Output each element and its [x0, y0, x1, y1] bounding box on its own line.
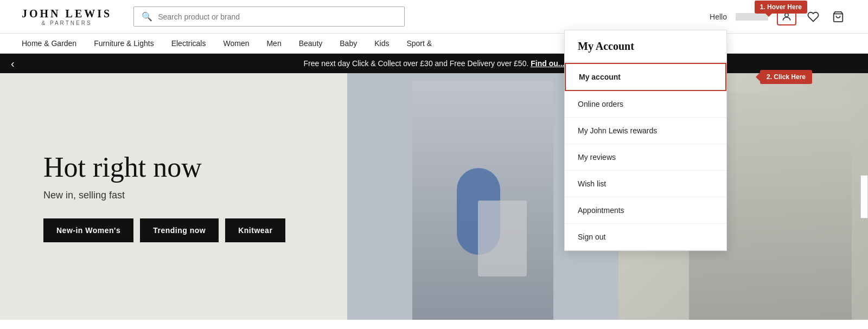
- dropdown-item-label: Online orders: [578, 100, 623, 108]
- announcement-text: Free next day Click & Collect over £30 a…: [304, 59, 529, 68]
- hero-section: Hot right now New in, selling fast New-i…: [0, 73, 868, 320]
- hero-btn-women[interactable]: New-in Women's: [43, 218, 133, 242]
- hero-title: Hot right now: [43, 151, 202, 183]
- dropdown-item-label: My reviews: [578, 153, 616, 162]
- account-dropdown: My Account My account 2. Click Here Onli…: [564, 30, 727, 251]
- nav-women[interactable]: Women: [223, 39, 249, 48]
- nav-electricals[interactable]: Electricals: [171, 39, 206, 48]
- announcement-bar: ‹ Free next day Click & Collect over £30…: [0, 54, 868, 73]
- dropdown-item-rewards[interactable]: My John Lewis rewards: [565, 118, 726, 144]
- search-icon: 🔍: [142, 11, 152, 22]
- wishlist-button[interactable]: [805, 9, 821, 25]
- nav-baby[interactable]: Baby: [340, 39, 357, 48]
- announcement-link[interactable]: Find ou...: [531, 59, 564, 68]
- hero-buttons: New-in Women's Trending now Knitwear: [43, 218, 285, 242]
- hover-callout: 1. Hover Here: [755, 1, 807, 14]
- dropdown-item-online-orders[interactable]: Online orders: [565, 91, 726, 118]
- hero-left: Hot right now New in, selling fast New-i…: [0, 73, 347, 320]
- search-bar[interactable]: 🔍: [133, 7, 405, 27]
- search-input[interactable]: [158, 12, 397, 21]
- logo-sub-text: & PARTNERS: [42, 20, 92, 26]
- hero-btn-trending[interactable]: Trending now: [140, 218, 219, 242]
- nav-sport[interactable]: Sport &: [406, 39, 432, 48]
- click-callout-label: 2. Click Here: [767, 73, 806, 81]
- dropdown-item-label: Sign out: [578, 233, 605, 241]
- nav-men[interactable]: Men: [266, 39, 281, 48]
- hello-text: Hello: [710, 12, 727, 21]
- dropdown-item-signout[interactable]: Sign out: [565, 224, 726, 250]
- header-actions: Hello 1. Hover Here: [710, 8, 846, 25]
- hero-subtitle: New in, selling fast: [43, 190, 125, 201]
- dropdown-title: My Account: [565, 30, 726, 63]
- dropdown-item-label: Wish list: [578, 179, 606, 188]
- logo-main-text: JOHN LEWIS: [22, 8, 112, 20]
- dropdown-item-label: My John Lewis rewards: [578, 126, 657, 135]
- svg-point-0: [785, 13, 789, 17]
- dropdown-item-my-account[interactable]: My account 2. Click Here: [565, 63, 726, 91]
- dropdown-item-label: Appointments: [578, 206, 624, 215]
- username-placeholder: [736, 13, 768, 21]
- announcement-prev-button[interactable]: ‹: [11, 57, 15, 70]
- main-nav: Home & Garden Furniture & Lights Electri…: [0, 34, 868, 54]
- logo[interactable]: JOHN LEWIS & PARTNERS: [22, 8, 112, 26]
- nav-home-garden[interactable]: Home & Garden: [22, 39, 76, 48]
- nav-beauty[interactable]: Beauty: [299, 39, 323, 48]
- dropdown-item-wishlist[interactable]: Wish list: [565, 171, 726, 197]
- click-callout: 2. Click Here: [760, 70, 812, 84]
- dropdown-item-label: My account: [579, 73, 621, 81]
- dropdown-item-reviews[interactable]: My reviews: [565, 144, 726, 171]
- bag-button[interactable]: [830, 9, 846, 25]
- hero-btn-knitwear[interactable]: Knitwear: [225, 218, 285, 242]
- header: JOHN LEWIS & PARTNERS 🔍 Hello 1. Hover H…: [0, 0, 868, 34]
- dropdown-item-appointments[interactable]: Appointments: [565, 197, 726, 224]
- nav-furniture-lights[interactable]: Furniture & Lights: [94, 39, 154, 48]
- nav-kids[interactable]: Kids: [374, 39, 389, 48]
- account-icon-wrapper: 1. Hover Here: [777, 8, 796, 25]
